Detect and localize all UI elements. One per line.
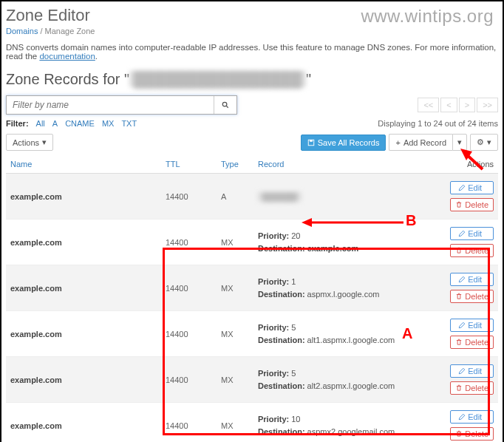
col-actions: Actions	[446, 155, 498, 174]
svg-line-1	[226, 106, 228, 108]
pager-last[interactable]: >>	[477, 98, 498, 112]
col-type[interactable]: Type	[217, 155, 253, 174]
delete-button[interactable]: Delete	[450, 244, 494, 257]
table-row: example.com14400MXPriority: 5Destination…	[6, 311, 498, 357]
table-row: example.com14400MXPriority: 5Destination…	[6, 357, 498, 403]
pager: << < > >>	[418, 98, 498, 112]
filter-label: Filter:	[6, 119, 29, 128]
page-title: Zone Editor	[6, 6, 498, 25]
cell-name: example.com	[6, 174, 161, 220]
trash-icon	[455, 201, 463, 208]
cell-record: Priority: 5Destination: alt2.aspmx.l.goo…	[253, 357, 446, 403]
edit-button[interactable]: Edit	[450, 364, 494, 378]
search-button[interactable]	[214, 96, 236, 114]
edit-button[interactable]: Edit	[450, 319, 494, 332]
add-record-dropdown[interactable]: ▾	[452, 134, 467, 151]
cell-record: Priority: 5Destination: alt1.aspmx.l.goo…	[253, 311, 446, 357]
edit-button[interactable]: Edit	[450, 181, 494, 194]
filter-cname[interactable]: CNAME	[65, 119, 95, 128]
table-row: example.com14400MXPriority: 1Destination…	[6, 265, 498, 311]
delete-button[interactable]: Delete	[450, 336, 494, 349]
cell-name: example.com	[6, 403, 161, 443]
breadcrumb-root[interactable]: Domains	[6, 27, 38, 35]
cell-name: example.com	[6, 357, 161, 403]
pager-prev[interactable]: <	[440, 98, 457, 112]
search-input[interactable]	[7, 96, 214, 114]
cell-type: MX	[217, 265, 253, 311]
cell-type: MX	[217, 403, 253, 443]
chevron-down-icon: ▾	[42, 137, 47, 147]
trash-icon	[455, 339, 463, 346]
save-all-button[interactable]: Save All Records	[301, 135, 386, 151]
cell-record: Priority: 10Destination: aspmx2.googlema…	[253, 403, 446, 443]
col-name[interactable]: Name	[6, 155, 161, 174]
trash-icon	[455, 247, 463, 254]
documentation-link[interactable]: documentation	[39, 52, 95, 61]
cell-actions: EditDelete	[446, 220, 498, 265]
filter-bar: Filter: All A CNAME MX TXT	[6, 119, 137, 128]
displaying-text: Displaying 1 to 24 out of 24 items	[378, 119, 498, 128]
edit-button[interactable]: Edit	[450, 227, 494, 240]
cell-record: Priority: 1Destination: aspmx.l.google.c…	[253, 265, 446, 311]
pencil-icon	[458, 367, 466, 375]
cell-record: ██████	[253, 174, 446, 220]
trash-icon	[455, 293, 463, 300]
pencil-icon	[458, 322, 466, 329]
filter-a[interactable]: A	[52, 119, 58, 128]
pencil-icon	[458, 184, 466, 191]
cell-actions: EditDelete	[446, 403, 498, 443]
cell-name: example.com	[6, 220, 161, 265]
cell-actions: EditDelete	[446, 174, 498, 220]
cell-type: A	[217, 174, 253, 220]
cell-type: MX	[217, 357, 253, 403]
edit-button[interactable]: Edit	[450, 410, 494, 424]
cell-actions: EditDelete	[446, 357, 498, 403]
cell-name: example.com	[6, 265, 161, 311]
pencil-icon	[458, 276, 466, 283]
cell-type: MX	[217, 220, 253, 265]
pager-next[interactable]: >	[459, 98, 475, 112]
actions-dropdown[interactable]: Actions ▾	[6, 134, 53, 151]
trash-icon	[455, 384, 463, 392]
delete-button[interactable]: Delete	[450, 290, 494, 303]
filter-mx[interactable]: MX	[102, 119, 115, 128]
cell-ttl: 14400	[161, 174, 217, 220]
pencil-icon	[458, 413, 466, 421]
svg-point-0	[222, 102, 227, 106]
cell-ttl: 14400	[161, 357, 217, 403]
delete-button[interactable]: Delete	[450, 427, 494, 441]
cell-ttl: 14400	[161, 311, 217, 357]
records-table: Name TTL Type Record Actions example.com…	[6, 155, 498, 442]
filter-all[interactable]: All	[36, 119, 45, 128]
cell-ttl: 14400	[161, 403, 217, 443]
table-row: example.com14400MXPriority: 10Destinatio…	[6, 403, 498, 443]
table-row: example.com14400A██████EditDelete	[6, 174, 498, 220]
description-text: DNS converts domain names into computer-…	[6, 43, 498, 61]
edit-button[interactable]: Edit	[450, 273, 494, 286]
cell-ttl: 14400	[161, 220, 217, 265]
chevron-down-icon: ▾	[487, 137, 491, 147]
delete-button[interactable]: Delete	[450, 381, 494, 395]
chevron-down-icon: ▾	[457, 137, 462, 147]
cell-record: Priority: 20Destination: example.com	[253, 220, 446, 265]
breadcrumb-current: Manage Zone	[45, 27, 95, 35]
search-box	[6, 95, 237, 115]
trash-icon	[455, 430, 463, 438]
breadcrumb: Domains / Manage Zone	[6, 27, 498, 35]
pager-first[interactable]: <<	[418, 98, 439, 112]
col-record[interactable]: Record	[253, 155, 446, 174]
settings-button[interactable]: ⚙ ▾	[470, 134, 498, 151]
table-row: example.com14400MXPriority: 20Destinatio…	[6, 220, 498, 265]
gear-icon: ⚙	[477, 137, 484, 147]
add-record-button[interactable]: + Add Record	[389, 134, 452, 151]
col-ttl[interactable]: TTL	[161, 155, 217, 174]
cell-actions: EditDelete	[446, 311, 498, 357]
save-icon	[307, 139, 315, 146]
filter-txt[interactable]: TXT	[121, 119, 137, 128]
cell-actions: EditDelete	[446, 265, 498, 311]
cell-type: MX	[217, 311, 253, 357]
pencil-icon	[458, 230, 466, 237]
cell-ttl: 14400	[161, 265, 217, 311]
plus-icon: +	[395, 138, 400, 147]
delete-button[interactable]: Delete	[450, 198, 494, 211]
